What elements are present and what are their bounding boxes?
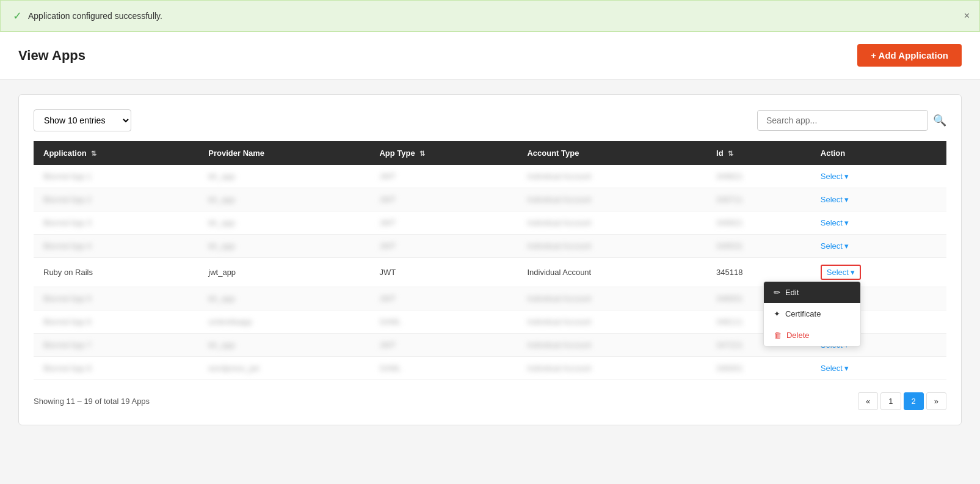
search-input[interactable] [757,110,928,131]
cell-type: JWT [369,287,517,310]
col-action: Action [811,141,946,165]
success-message: Application configured successfully. [28,11,162,21]
pagination-controls: « 1 2 » [858,392,946,410]
chevron-down-icon: ▾ [844,172,849,181]
select-button[interactable]: Select ▾ [821,195,849,204]
col-accounttype: Account Type [517,141,706,165]
cell-account: Individual Account [517,334,706,357]
certificate-icon: ✦ [774,309,780,318]
cell-application: Blurred App 2 [34,188,198,211]
action-dropdown: Select ▾ ✏ Edit ✦ Certificate [821,265,861,280]
select-button[interactable]: Select ▾ [821,364,849,373]
certificate-label: Certificate [785,309,821,318]
success-banner: ✓ Application configured successfully. × [0,0,980,32]
cell-provider: blr_app [198,334,369,357]
cell-type: JWT [369,211,517,235]
cell-application: Blurred App 8 [34,357,198,380]
cell-account: Individual Account [517,258,706,287]
edit-icon: ✏ [774,288,780,297]
pagination: Showing 11 – 19 of total 19 Apps « 1 2 » [34,392,946,410]
cell-action: Select ▾ [811,357,946,380]
action-dropdown-menu: ✏ Edit ✦ Certificate 🗑 Delete [763,281,861,346]
chevron-down-icon: ▾ [844,218,849,227]
cell-provider: blr_app [198,188,369,211]
search-button[interactable]: 🔍 [933,114,946,127]
pagination-page-2-button[interactable]: 2 [904,392,924,410]
cell-account: Individual Account [517,357,706,380]
cell-provider: jwt_app [198,258,369,287]
cell-type: SAML [369,357,517,380]
table-controls: Show 10 entries Show 25 entries Show 50 … [34,109,946,131]
cell-action: Select ▾ [811,211,946,235]
cell-account: Individual Account [517,211,706,235]
cell-account: Individual Account [517,165,706,188]
cell-application: Blurred App 3 [34,211,198,235]
pagination-next-button[interactable]: » [926,392,946,410]
select-button[interactable]: Select ▾ [821,241,849,251]
select-highlighted-button[interactable]: Select ▾ [821,265,861,280]
cell-provider: blr_app [198,211,369,235]
cell-type: JWT [369,188,517,211]
cell-application: Blurred App 1 [34,165,198,188]
cell-account: Individual Account [517,310,706,334]
sort-application-icon[interactable]: ⇅ [91,150,96,158]
cell-type: JWT [369,165,517,188]
col-id: Id ⇅ [706,141,811,165]
cell-type: JWT [369,258,517,287]
cell-action: Select ▾ [811,235,946,258]
select-button[interactable]: Select ▾ [821,172,849,181]
table-row: Blurred App 3 blr_app JWT Individual Acc… [34,211,946,235]
cell-id: 349711 [706,188,811,211]
select-button[interactable]: Select ▾ [821,218,849,227]
chevron-down-icon: ▾ [851,268,855,277]
chevron-down-icon: ▾ [844,241,849,251]
table-row: Blurred App 2 blr_app JWT Individual Acc… [34,188,946,211]
delete-menu-item[interactable]: 🗑 Delete [764,324,860,346]
chevron-down-icon: ▾ [844,364,849,373]
table-header-row: Application ⇅ Provider Name App Type ⇅ A… [34,141,946,165]
col-apptype: App Type ⇅ [369,141,517,165]
close-banner-button[interactable]: × [964,10,970,21]
cell-type: SAML [369,310,517,334]
edit-label: Edit [785,288,799,297]
delete-label: Delete [786,331,810,340]
edit-menu-item[interactable]: ✏ Edit [764,282,860,303]
table-row: Blurred App 1 blr_app JWT Individual Acc… [34,165,946,188]
cell-provider: wordpress_jwt [198,357,369,380]
table-row: Blurred App 4 blr_app JWT Individual Acc… [34,235,946,258]
pagination-prev-button[interactable]: « [858,392,878,410]
chevron-down-icon: ▾ [844,195,849,204]
cell-account: Individual Account [517,188,706,211]
cell-application: Ruby on Rails [34,258,198,287]
success-icon: ✓ [13,9,22,23]
entries-select[interactable]: Show 10 entries Show 25 entries Show 50 … [34,109,131,131]
search-area: 🔍 [757,110,946,131]
cell-provider: blr_app [198,165,369,188]
page-title: View Apps [18,48,85,64]
cell-account: Individual Account [517,287,706,310]
col-provider: Provider Name [198,141,369,165]
pagination-page-1-button[interactable]: 1 [880,392,901,410]
cell-application: Blurred App 6 [34,310,198,334]
add-application-button[interactable]: + Add Application [857,44,962,67]
cell-id: 346001 [706,357,811,380]
sort-apptype-icon[interactable]: ⇅ [419,150,425,158]
table-card: Show 10 entries Show 25 entries Show 50 … [18,94,962,425]
cell-provider: umbrellaapp [198,310,369,334]
main-content: Show 10 entries Show 25 entries Show 50 … [0,79,980,440]
cell-provider: blr_app [198,235,369,258]
sort-id-icon[interactable]: ⇅ [728,150,733,158]
cell-action: Select ▾ [811,188,946,211]
table-row: Blurred App 8 wordpress_jwt SAML Individ… [34,357,946,380]
trash-icon: 🗑 [774,331,782,340]
pagination-info: Showing 11 – 19 of total 19 Apps [34,397,150,406]
cell-application: Blurred App 5 [34,287,198,310]
cell-id: 349531 [706,235,811,258]
cell-type: JWT [369,334,517,357]
cell-id: 349921 [706,211,811,235]
page-header: View Apps + Add Application [0,32,980,79]
cell-action: Select ▾ ✏ Edit ✦ Certificate [811,258,946,287]
cell-application: Blurred App 4 [34,235,198,258]
col-application: Application ⇅ [34,141,198,165]
certificate-menu-item[interactable]: ✦ Certificate [764,303,860,324]
